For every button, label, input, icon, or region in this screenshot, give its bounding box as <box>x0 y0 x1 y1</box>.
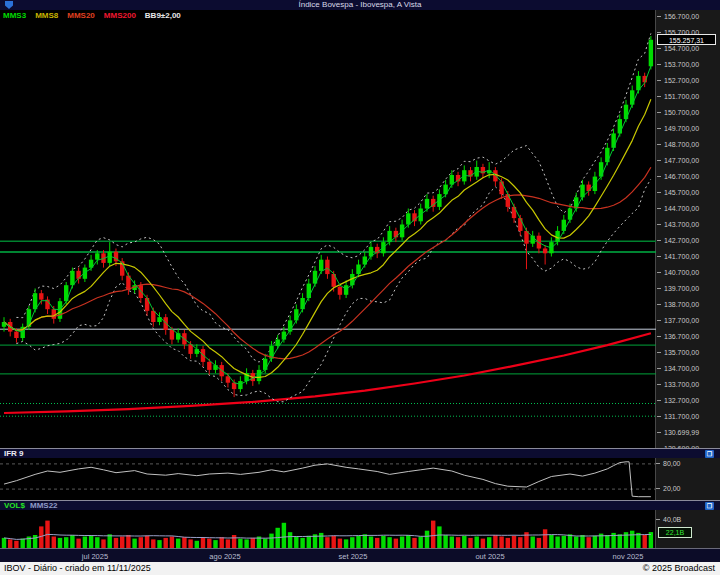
axis-tick <box>656 463 660 464</box>
month-axis-label: nov 2025 <box>613 552 644 561</box>
volume-ma-label: MMS22 <box>30 501 58 510</box>
legend-mms8: MMS8 <box>35 11 58 20</box>
volume-bars-layer <box>2 521 653 548</box>
volume-label: VOL$ <box>4 501 25 510</box>
ifr-line <box>4 462 651 497</box>
legend-mms3: MMS3 <box>3 11 26 20</box>
ifr-expand-icon[interactable] <box>705 450 714 458</box>
chart-canvas[interactable] <box>0 0 720 575</box>
status-bar: IBOV - Diário - criado em 11/11/2025 © 2… <box>0 562 720 575</box>
chart-title: Índice Bovespa - Ibovespa, A Vista <box>0 0 720 10</box>
month-axis-label: jul 2025 <box>82 552 108 561</box>
ifr-panel-header: IFR 9 <box>0 448 720 458</box>
current-volume-box: 22,1B <box>658 527 692 538</box>
time-axis[interactable]: jul 2025ago 2025set 2025out 2025nov 2025 <box>0 548 720 562</box>
ifr-upper-level-label: 80,00 <box>655 459 681 468</box>
legend-mms200: MMS200 <box>104 11 136 20</box>
ifr-panel-layer <box>0 462 656 497</box>
month-axis-label: set 2025 <box>339 552 368 561</box>
volume-expand-icon[interactable] <box>705 502 714 510</box>
month-axis-label: ago 2025 <box>209 552 240 561</box>
indicator-legend: MMS3 MMS8 MMS20 MMS200 BB9±2,00 <box>3 11 181 20</box>
status-chart-info: IBOV - Diário - criado em 11/11/2025 <box>4 562 151 575</box>
ifr-lower-level-label: 20,00 <box>655 484 681 493</box>
volume-axis-label: 40,0B <box>655 515 681 524</box>
axis-tick <box>656 488 660 489</box>
axis-tick <box>656 519 660 520</box>
chart-application-window: 156.700,00155.700,00154.700,00153.700,00… <box>0 0 720 575</box>
legend-bollinger: BB9±2,00 <box>145 11 181 20</box>
month-axis-label: out 2025 <box>475 552 504 561</box>
status-copyright: © 2025 Broadcast <box>643 562 715 575</box>
volume-panel-header: VOL$ MMS22 <box>0 500 720 510</box>
moving-averages-layer <box>4 66 651 384</box>
last-price-box: 155.257,31 <box>657 34 716 45</box>
title-bar: Índice Bovespa - Ibovespa, A Vista <box>0 0 720 10</box>
ifr-label: IFR 9 <box>4 449 24 458</box>
bollinger-bands-layer <box>16 33 651 401</box>
candles-layer <box>2 36 653 397</box>
legend-mms20: MMS20 <box>67 11 95 20</box>
